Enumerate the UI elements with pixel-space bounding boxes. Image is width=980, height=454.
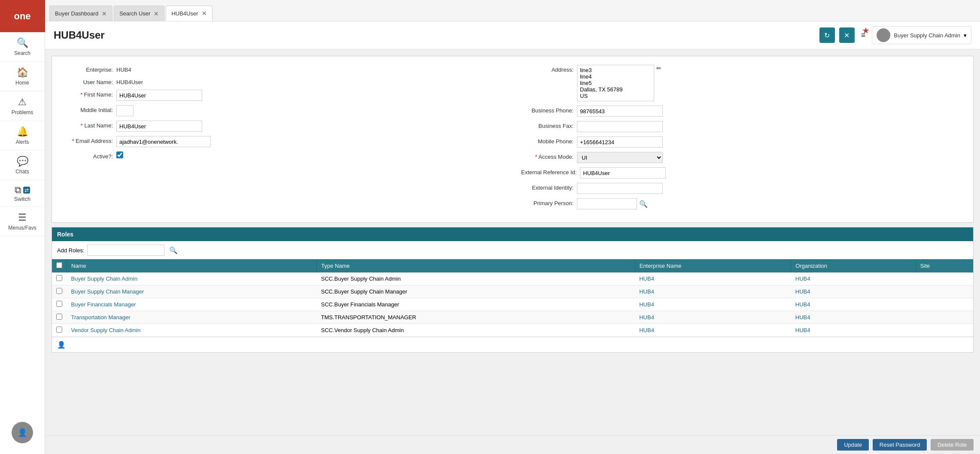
footer-right: Update Reset Password Delete Role [835,439,974,451]
middle-initial-input[interactable] [116,105,133,116]
row-checkbox-4[interactable] [56,327,62,333]
tab-close-hub4user[interactable]: ✕ [202,10,207,17]
row-org-4[interactable]: HUB4 [791,324,916,337]
app-logo[interactable]: one [0,0,45,32]
roles-table: Name Type Name Enterprise Name Organizat… [52,259,973,337]
active-checkbox[interactable] [116,151,123,158]
row-enterprise-4[interactable]: HUB4 [635,324,791,337]
row-checkbox-3[interactable] [56,314,62,320]
row-name-1[interactable]: Buyer Supply Chain Manager [67,285,317,298]
row-site-3 [916,311,973,324]
content-area: Enterprise: HUB4 User Name: HUB4User * F… [45,49,980,435]
star-icon: ★ [862,25,870,36]
row-org-2[interactable]: HUB4 [791,298,916,311]
tab-close-buyer-dashboard[interactable]: ✕ [102,10,107,17]
ext-identity-row: External Identity: [521,183,965,194]
sidebar-user-avatar[interactable]: 👤 [12,422,33,443]
address-edit-icon[interactable]: ✏ [656,65,661,72]
switch-pages-icon: ⧉ [15,185,21,196]
roles-table-body: Buyer Supply Chain Admin SCC.Buyer Suppl… [52,272,973,337]
footer-bar: Update Reset Password Delete Role [45,435,980,454]
sidebar-item-switch[interactable]: ⧉ ⇄ Switch [0,180,45,207]
row-type-2: SCC.Buyer Financials Manager [317,298,635,311]
tab-buyer-dashboard[interactable]: Buyer Dashboard ✕ [49,6,112,21]
row-name-3[interactable]: Transportation Manager [67,311,317,324]
row-checkbox-1[interactable] [56,288,62,294]
select-all-checkbox[interactable] [56,262,62,268]
row-checkbox-0[interactable] [56,275,62,281]
business-fax-label: Business Fax: [521,121,577,129]
ext-ref-input[interactable] [580,167,666,179]
row-type-4: SCC.Vendor Supply Chain Admin [317,324,635,337]
sidebar-item-search[interactable]: 🔍 Search [0,32,45,62]
sidebar-item-alerts[interactable]: 🔔 Alerts [0,121,45,151]
row-site-1 [916,285,973,298]
form-right-column: Address: line3 line4 line5 Dallas, TX 56… [521,65,965,214]
row-enterprise-1[interactable]: HUB4 [635,285,791,298]
email-input[interactable] [116,136,211,147]
mobile-phone-input[interactable] [577,136,663,148]
sidebar-item-menus[interactable]: ☰ Menus/Favs [0,207,45,236]
sidebar-item-home[interactable]: 🏠 Home [0,62,45,91]
row-site-4 [916,324,973,337]
access-mode-select[interactable]: UI API [577,152,663,163]
bell-icon: 🔔 [17,126,28,137]
ext-identity-input[interactable] [577,183,663,194]
business-fax-row: Business Fax: [521,121,965,132]
lastname-input[interactable] [116,121,202,132]
row-enterprise-2[interactable]: HUB4 [635,298,791,311]
row-org-1[interactable]: HUB4 [791,285,916,298]
delete-role-button[interactable]: Delete Role [931,439,974,451]
table-row: Buyer Financials Manager SCC.Buyer Finan… [52,298,973,311]
business-fax-input[interactable] [577,121,663,132]
email-row: * Email Address: [61,136,504,147]
refresh-button[interactable]: ↻ [819,27,835,43]
row-checkbox-cell [52,272,67,285]
row-site-0 [916,272,973,285]
row-name-0[interactable]: Buyer Supply Chain Admin [67,272,317,285]
row-checkbox-cell [52,298,67,311]
mobile-phone-label: Mobile Phone: [521,136,577,145]
header-bar: HUB4User ↻ ✕ ≡ ★ Buyer Supply Chain Admi… [45,21,980,49]
row-enterprise-3[interactable]: HUB4 [635,311,791,324]
add-roles-search-icon[interactable]: 🔍 [169,246,178,254]
warning-icon: ⚠ [18,97,27,108]
row-name-4[interactable]: Vendor Supply Chain Admin [67,324,317,337]
update-button[interactable]: Update [837,439,869,451]
address-row: Address: line3 line4 line5 Dallas, TX 56… [521,65,965,101]
roles-footer: 👤 [52,337,973,352]
close-button[interactable]: ✕ [839,27,855,43]
add-roles-input[interactable] [87,245,164,256]
primary-person-row: Primary Person: 🔍 [521,198,965,209]
table-row: Transportation Manager TMS.TRANSPORTATIO… [52,311,973,324]
business-phone-input[interactable] [577,106,663,117]
close-icon: ✕ [844,31,850,39]
sidebar: one 🔍 Search 🏠 Home ⚠ Problems 🔔 Alerts … [0,0,45,454]
active-label: Active?: [61,151,116,160]
select-all-header [52,259,67,272]
form-left-column: Enterprise: HUB4 User Name: HUB4User * F… [61,65,504,214]
sidebar-item-chats[interactable]: 💬 Chats [0,151,45,180]
primary-person-search-icon[interactable]: 🔍 [639,200,648,208]
user-dropdown[interactable]: Buyer Supply Chain Admin ▾ [872,26,971,44]
row-enterprise-0[interactable]: HUB4 [635,272,791,285]
sidebar-item-problems[interactable]: ⚠ Problems [0,91,45,121]
row-checkbox-2[interactable] [56,301,62,307]
tab-close-search-user[interactable]: ✕ [154,10,159,17]
tab-search-user[interactable]: Search User ✕ [114,6,164,21]
tab-hub4user[interactable]: HUB4User ✕ [166,6,212,21]
row-name-2[interactable]: Buyer Financials Manager [67,298,317,311]
reset-password-button[interactable]: Reset Password [873,439,927,451]
row-org-3[interactable]: HUB4 [791,311,916,324]
add-role-icon[interactable]: 👤 [57,341,66,348]
dropdown-arrow-icon: ▾ [964,32,967,39]
row-org-0[interactable]: HUB4 [791,272,916,285]
form-grid: Enterprise: HUB4 User Name: HUB4User * F… [61,65,965,214]
enterprise-value: HUB4 [116,65,131,73]
primary-person-input[interactable] [577,198,637,209]
search-icon: 🔍 [17,37,28,48]
access-mode-row: * Access Mode: UI API [521,152,965,163]
row-type-0: SCC.Buyer Supply Chain Admin [317,272,635,285]
firstname-input[interactable] [116,90,202,101]
star-badge-container: ≡ ★ [859,29,868,42]
